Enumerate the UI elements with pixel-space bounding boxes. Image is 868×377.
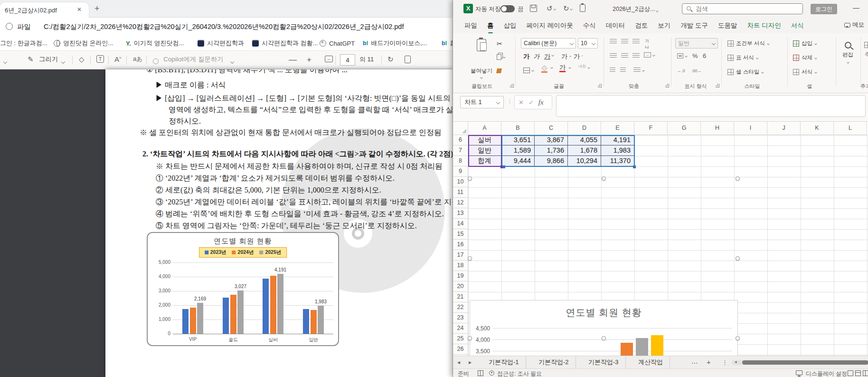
align-bottom-icon[interactable]: [632, 39, 640, 44]
draw-pen-icon[interactable]: ✎: [28, 55, 34, 64]
column-header-D[interactable]: D: [568, 122, 601, 135]
paste-button[interactable]: 붙여넣기: [471, 39, 492, 78]
ribbon-tab-데이터[interactable]: 데이터: [606, 21, 625, 30]
page-info-icon[interactable]: [6, 23, 13, 30]
cell-C7[interactable]: 1,736: [535, 145, 568, 156]
row-header-21[interactable]: 21: [453, 292, 468, 302]
zoom-out-icon[interactable]: —: [289, 55, 297, 65]
ribbon-tab-검토[interactable]: 검토: [635, 21, 648, 30]
page-break-view-icon[interactable]: [863, 370, 868, 376]
chart-title[interactable]: 연도별 회원 현황: [470, 306, 737, 319]
page-view-icon[interactable]: [405, 56, 411, 63]
row-header-18[interactable]: 18: [453, 261, 468, 271]
bookmark-item[interactable]: bl배드가이마이보스,...: [363, 39, 427, 48]
translate-icon[interactable]: aあ: [133, 55, 142, 63]
italic-button[interactable]: 가: [533, 52, 541, 61]
cell-D8[interactable]: 10,294: [568, 156, 601, 166]
chart-handle-ml[interactable]: [468, 256, 472, 261]
chevron-down-icon[interactable]: [4, 57, 7, 65]
bookmark-item[interactable]: 영진닷컴 온라인...: [54, 39, 113, 48]
row-header-20[interactable]: 20: [453, 281, 468, 292]
page-layout-view-icon[interactable]: [855, 370, 861, 376]
grow-font-button[interactable]: 가^: [561, 52, 571, 61]
sheet-tab-기본작업-2[interactable]: 기본작업-2: [532, 356, 576, 369]
number-launcher-icon[interactable]: [716, 84, 719, 87]
sheet-tab-기본작업-3[interactable]: 기본작업-3: [582, 356, 626, 369]
insert-function-icon[interactable]: fx: [538, 98, 544, 106]
worksheet[interactable]: ABCDEFGHIJKL 678910111213141516171819202…: [453, 122, 868, 356]
shrink-font-button[interactable]: 가ˇ: [574, 52, 583, 61]
ribbon-tab-삽입[interactable]: 삽입: [504, 21, 517, 30]
borders-icon[interactable]: [523, 68, 534, 73]
cell-B7[interactable]: 1,589: [501, 145, 535, 156]
comments-button[interactable]: 메모: [844, 21, 864, 29]
insert-cells-button[interactable]: 삽입: [793, 40, 817, 47]
font-size-select[interactable]: 10: [578, 38, 598, 48]
row-header-17[interactable]: 17: [453, 250, 468, 261]
document-title[interactable]: 2026년_2급상...: [613, 5, 655, 13]
row-header-15[interactable]: 15: [453, 229, 468, 240]
cell-B8[interactable]: 9,444: [501, 156, 535, 166]
ribbon-tab-보기[interactable]: 보기: [658, 21, 670, 30]
format-painter-icon[interactable]: [497, 68, 501, 73]
underline-button[interactable]: 가: [544, 52, 550, 61]
comma-style-button[interactable]: 9: [703, 52, 706, 59]
cell-C6[interactable]: 3,867: [535, 135, 568, 145]
row-header-9[interactable]: 9: [453, 166, 468, 177]
column-header-L[interactable]: L: [834, 122, 867, 135]
sheet-options-icon[interactable]: ⋮: [722, 359, 728, 366]
title-chevron-icon[interactable]: [656, 6, 658, 14]
eraser-icon[interactable]: ◇: [79, 55, 85, 64]
bold-button[interactable]: 가: [523, 52, 529, 61]
row-header-10[interactable]: 10: [453, 177, 468, 187]
delete-cells-button[interactable]: 삭제: [793, 54, 817, 61]
search-input[interactable]: 검색: [682, 3, 803, 14]
column-header-K[interactable]: K: [801, 122, 834, 135]
align-left-icon[interactable]: [610, 53, 617, 58]
increase-indent-icon[interactable]: [620, 68, 626, 73]
ribbon-tab-도움말[interactable]: 도움말: [718, 21, 737, 30]
chart-handle-bm[interactable]: [602, 336, 606, 340]
address-path[interactable]: C:/컴활2실기/2차_2026년%20컴활2급%20실기_260420/3.%…: [44, 22, 447, 31]
row-header-25[interactable]: 25: [453, 334, 468, 344]
chart-handle-bl[interactable]: [468, 336, 472, 340]
normal-view-icon[interactable]: [848, 370, 853, 376]
column-header-J[interactable]: J: [767, 122, 801, 135]
format-cells-button[interactable]: 서식: [793, 68, 817, 76]
status-accessibility[interactable]: 접근성: 조사 필요: [497, 370, 542, 377]
row-header-24[interactable]: 24: [453, 323, 468, 334]
cell-styles-button[interactable]: 셀 스타일: [727, 68, 764, 76]
alignment-launcher-icon[interactable]: [665, 84, 669, 87]
browser-tab[interactable]: 6년_2급상시02.pdf ✕: [0, 2, 89, 18]
ribbon-tab-페이지 레이아웃[interactable]: 페이지 레이아웃: [527, 21, 573, 30]
copilot-chevron-icon[interactable]: [231, 57, 234, 65]
column-header-A[interactable]: A: [468, 122, 501, 135]
fill-color-icon[interactable]: [541, 66, 547, 73]
column-header-E[interactable]: E: [601, 122, 634, 135]
formula-input[interactable]: [556, 95, 866, 117]
row-header-7[interactable]: 7: [453, 145, 468, 156]
cut-icon[interactable]: ✂: [497, 40, 502, 48]
wrap-text-icon[interactable]: [633, 68, 644, 73]
align-right-icon[interactable]: [632, 53, 640, 58]
embedded-chart[interactable]: 연도별 회원 현황 2023년2024년2025년 4,5004,0003,50…: [470, 300, 738, 356]
column-header-B[interactable]: B: [501, 122, 535, 135]
macro-record-icon[interactable]: [478, 370, 483, 376]
clipboard-launcher-icon[interactable]: [510, 84, 514, 87]
row-header-22[interactable]: 22: [453, 302, 468, 313]
bookmark-item[interactable]: 시각편집학과: [198, 39, 244, 48]
status-display-settings[interactable]: 디스플레이 설정: [806, 370, 847, 377]
row-header-23[interactable]: 23: [453, 313, 468, 323]
scrollbar-thumb[interactable]: [742, 360, 868, 365]
merge-center-icon[interactable]: ↔: [644, 52, 655, 58]
login-button[interactable]: 로그인: [811, 4, 837, 14]
cell-A7[interactable]: 일반: [468, 145, 501, 156]
cell-A6[interactable]: 실버: [468, 135, 501, 145]
page-number-input[interactable]: 4: [340, 54, 355, 66]
sheet-tab-기본작업-1[interactable]: 기본작업-1: [482, 356, 526, 369]
copilot-button[interactable]: Copilot에게 질문하기: [163, 55, 224, 64]
address-bar[interactable]: 파일 C:/컴활2실기/2차_2026년%20컴활2급%20실기_260420/…: [0, 18, 453, 36]
column-header-H[interactable]: H: [701, 122, 734, 135]
phonetic-chevron-icon[interactable]: [588, 67, 590, 68]
addins-button[interactable]: 추: [864, 42, 868, 58]
